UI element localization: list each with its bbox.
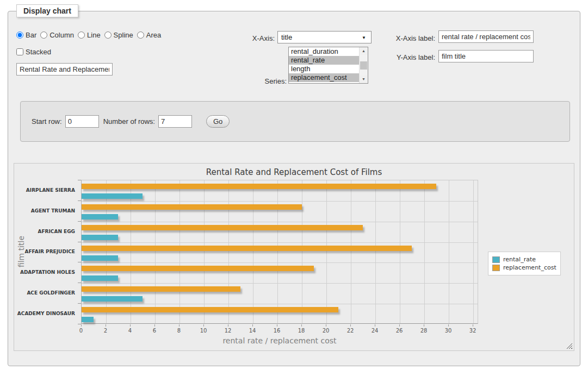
x-axis-selected-value: title: [281, 33, 292, 41]
x-tick-mark: [399, 324, 400, 327]
x-tick-label: 28: [420, 328, 428, 334]
plot-area: [81, 180, 478, 324]
grid-line-x: [400, 180, 400, 323]
series-option-rental_rate[interactable]: rental_rate: [289, 56, 359, 65]
grid-line-x: [204, 180, 205, 323]
chart-type-option-bar[interactable]: Bar: [16, 31, 36, 39]
series-option-replacement_cost[interactable]: replacement_cost: [289, 73, 359, 82]
grid-line-y: [82, 201, 478, 202]
x-tick-mark: [301, 324, 302, 327]
spline-radio[interactable]: [104, 32, 112, 39]
x-tick-mark: [81, 324, 82, 327]
scrollbar-thumb[interactable]: [360, 61, 367, 70]
column-radio[interactable]: [40, 32, 47, 39]
x-tick-label: 32: [469, 328, 476, 334]
category-label: ACADEMY DINOSAUR: [14, 303, 78, 324]
radio-label: Spline: [114, 31, 133, 39]
x-tick-mark: [350, 324, 351, 327]
start-row-input[interactable]: [65, 115, 99, 128]
category-label: AFRICAN EGG: [14, 221, 78, 242]
grid-line-x: [228, 180, 229, 323]
resize-grip-icon[interactable]: [566, 343, 572, 349]
y-tick-mark: [78, 221, 81, 222]
grid-line-x: [326, 180, 327, 323]
grid-line-x: [449, 180, 449, 323]
bar-replacement_cost: [82, 286, 240, 292]
chart-type-option-area[interactable]: Area: [137, 31, 161, 39]
x-axis-title: rental rate / replacement cost: [81, 336, 478, 345]
x-axis-label-label: X-Axis label:: [359, 34, 435, 42]
x-tick-label: 30: [445, 328, 452, 334]
chart-type-option-spline[interactable]: Spline: [104, 31, 133, 39]
x-axis-select-label: X-Axis:: [207, 34, 275, 42]
x-tick-mark: [228, 324, 228, 327]
radio-label: Bar: [26, 31, 36, 39]
grid-line-x: [473, 180, 474, 323]
chart-title-input[interactable]: [16, 63, 113, 76]
series-option-rental_duration[interactable]: rental_duration: [289, 47, 359, 56]
x-axis-select[interactable]: title ▼: [277, 31, 372, 43]
x-tick-label: 18: [298, 328, 305, 334]
bar-replacement_cost: [82, 266, 314, 271]
grid-line-x: [375, 180, 376, 323]
x-tick-label: 22: [347, 328, 354, 334]
x-tick-mark: [473, 324, 473, 327]
legend-swatch: [492, 256, 500, 263]
number-of-rows-input[interactable]: [158, 115, 192, 128]
y-axis-label-input[interactable]: [438, 50, 534, 62]
grid-line-x: [180, 180, 180, 323]
grid-line-y: [82, 304, 478, 304]
series-option-length[interactable]: length: [289, 65, 359, 73]
bar-replacement_cost: [82, 246, 412, 251]
bar-radio[interactable]: [16, 32, 23, 39]
series-multiselect[interactable]: rental_durationrental_ratelengthreplacem…: [288, 47, 368, 84]
y-tick-mark: [78, 180, 81, 180]
x-tick-label: 12: [225, 328, 232, 334]
fieldset-legend: Display chart: [16, 4, 78, 17]
grid-line-x: [253, 180, 253, 323]
x-tick-label: 2: [104, 328, 107, 334]
x-tick-mark: [375, 324, 375, 327]
x-tick-label: 26: [396, 328, 403, 334]
chart-container: Rental Rate and Replacement Cost of Film…: [14, 163, 574, 351]
x-tick-mark: [326, 324, 326, 327]
display-chart-page: Display chart BarColumnLineSplineArea St…: [0, 0, 588, 370]
y-axis-label-label: Y-Axis label:: [359, 53, 435, 61]
radio-label: Line: [87, 31, 101, 39]
x-tick-mark: [106, 324, 106, 327]
stacked-label: Stacked: [26, 48, 51, 56]
category-label: AFFAIR PREJUDICE: [14, 242, 78, 262]
bar-rental_rate: [82, 296, 143, 302]
line-radio[interactable]: [78, 32, 85, 39]
scroll-down-icon[interactable]: ▼: [360, 76, 368, 83]
x-tick-label: 24: [372, 328, 379, 334]
grid-line-x: [155, 180, 156, 323]
grid-line-x: [424, 180, 425, 323]
x-tick-mark: [424, 324, 424, 327]
grid-line-y: [82, 242, 478, 243]
bar-replacement_cost: [82, 307, 338, 312]
category-label: AIRPLANE SIERRA: [14, 180, 78, 200]
area-radio[interactable]: [137, 32, 144, 39]
bar-rental_rate: [82, 317, 94, 322]
grid-line-y: [82, 262, 478, 263]
y-tick-mark: [78, 324, 81, 324]
grid-line-x: [351, 180, 351, 323]
stacked-checkbox[interactable]: [16, 48, 23, 55]
x-tick-mark: [154, 324, 155, 327]
legend-label: rental_rate: [503, 256, 536, 263]
series-list-scrollbar[interactable]: ▲ ▼: [359, 47, 368, 83]
x-tick-label: 8: [177, 328, 181, 334]
x-tick-mark: [130, 324, 131, 327]
chart-type-option-line[interactable]: Line: [78, 31, 101, 39]
x-axis-label-input[interactable]: [438, 30, 534, 43]
x-tick-label: 0: [79, 328, 83, 334]
x-tick-mark: [179, 324, 180, 327]
chart-type-option-column[interactable]: Column: [40, 31, 74, 39]
go-button[interactable]: Go: [206, 115, 230, 128]
x-tick-label: 20: [323, 328, 330, 334]
grid-line-x: [302, 180, 302, 323]
x-tick-mark: [448, 324, 449, 327]
x-tick-label: 16: [274, 328, 281, 334]
x-tick-label: 6: [153, 328, 156, 334]
